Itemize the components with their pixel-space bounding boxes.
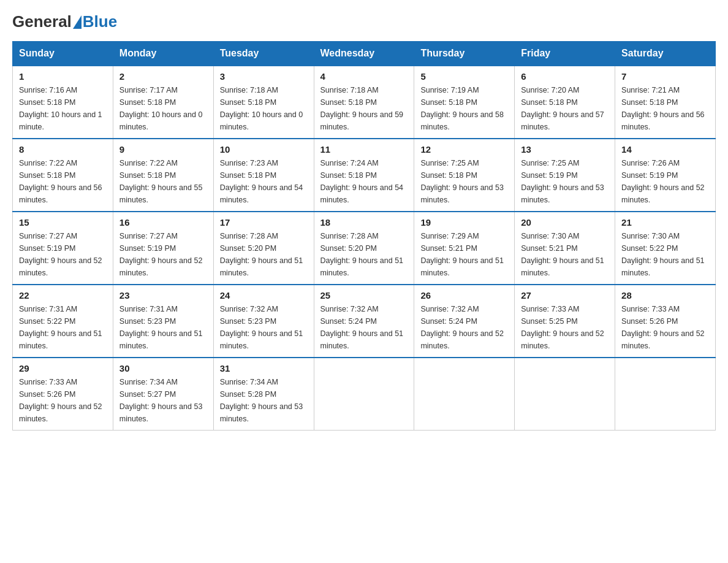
calendar-cell: 21 Sunrise: 7:30 AMSunset: 5:22 PMDaylig…: [615, 212, 716, 285]
day-info: Sunrise: 7:24 AMSunset: 5:18 PMDaylight:…: [320, 157, 408, 206]
day-info: Sunrise: 7:34 AMSunset: 5:27 PMDaylight:…: [119, 376, 207, 425]
weekday-header-thursday: Thursday: [414, 42, 515, 66]
calendar-cell: 23 Sunrise: 7:31 AMSunset: 5:23 PMDaylig…: [113, 285, 213, 358]
calendar-cell: [314, 358, 414, 431]
calendar-cell: [414, 358, 515, 431]
day-number: 9: [119, 144, 207, 155]
day-info: Sunrise: 7:26 AMSunset: 5:19 PMDaylight:…: [621, 157, 709, 206]
day-number: 27: [521, 290, 609, 301]
calendar-cell: 16 Sunrise: 7:27 AMSunset: 5:19 PMDaylig…: [113, 212, 213, 285]
day-number: 29: [19, 363, 107, 373]
calendar-cell: 31 Sunrise: 7:34 AMSunset: 5:28 PMDaylig…: [213, 358, 314, 431]
calendar-cell: 6 Sunrise: 7:20 AMSunset: 5:18 PMDayligh…: [515, 66, 615, 139]
page-header: General Blue: [12, 12, 716, 31]
calendar-cell: [615, 358, 716, 431]
day-number: 31: [220, 363, 308, 373]
day-number: 6: [521, 71, 609, 82]
calendar-cell: 9 Sunrise: 7:22 AMSunset: 5:18 PMDayligh…: [113, 139, 213, 212]
calendar-cell: 8 Sunrise: 7:22 AMSunset: 5:18 PMDayligh…: [13, 139, 113, 212]
day-info: Sunrise: 7:27 AMSunset: 5:19 PMDaylight:…: [119, 230, 207, 279]
day-info: Sunrise: 7:29 AMSunset: 5:21 PMDaylight:…: [420, 230, 508, 279]
day-number: 3: [220, 71, 308, 82]
day-number: 17: [220, 217, 308, 228]
calendar-cell: 3 Sunrise: 7:18 AMSunset: 5:18 PMDayligh…: [213, 66, 314, 139]
day-number: 12: [420, 144, 508, 155]
day-info: Sunrise: 7:32 AMSunset: 5:24 PMDaylight:…: [320, 303, 408, 352]
weekday-header-tuesday: Tuesday: [213, 42, 314, 66]
day-number: 19: [420, 217, 508, 228]
logo-blue-text: Blue: [83, 12, 117, 31]
logo: General Blue: [12, 12, 117, 31]
weekday-header-monday: Monday: [113, 42, 213, 66]
day-number: 15: [19, 217, 107, 228]
calendar-cell: 11 Sunrise: 7:24 AMSunset: 5:18 PMDaylig…: [314, 139, 414, 212]
calendar-cell: 25 Sunrise: 7:32 AMSunset: 5:24 PMDaylig…: [314, 285, 414, 358]
calendar-cell: 18 Sunrise: 7:28 AMSunset: 5:20 PMDaylig…: [314, 212, 414, 285]
day-number: 21: [621, 217, 709, 228]
day-number: 30: [119, 363, 207, 373]
day-info: Sunrise: 7:27 AMSunset: 5:19 PMDaylight:…: [19, 230, 107, 279]
calendar-cell: 2 Sunrise: 7:17 AMSunset: 5:18 PMDayligh…: [113, 66, 213, 139]
day-number: 23: [119, 290, 207, 301]
calendar-cell: 28 Sunrise: 7:33 AMSunset: 5:26 PMDaylig…: [615, 285, 716, 358]
day-number: 22: [19, 290, 107, 301]
calendar-cell: 14 Sunrise: 7:26 AMSunset: 5:19 PMDaylig…: [615, 139, 716, 212]
day-number: 20: [521, 217, 609, 228]
day-number: 26: [420, 290, 508, 301]
calendar-cell: 7 Sunrise: 7:21 AMSunset: 5:18 PMDayligh…: [615, 66, 716, 139]
week-row-2: 8 Sunrise: 7:22 AMSunset: 5:18 PMDayligh…: [13, 139, 716, 212]
weekday-header-saturday: Saturday: [615, 42, 716, 66]
day-info: Sunrise: 7:32 AMSunset: 5:23 PMDaylight:…: [220, 303, 308, 352]
logo-general-text: General: [12, 12, 72, 31]
week-row-1: 1 Sunrise: 7:16 AMSunset: 5:18 PMDayligh…: [13, 66, 716, 139]
day-info: Sunrise: 7:16 AMSunset: 5:18 PMDaylight:…: [19, 84, 107, 133]
day-info: Sunrise: 7:25 AMSunset: 5:19 PMDaylight:…: [521, 157, 609, 206]
day-number: 4: [320, 71, 408, 82]
day-number: 7: [621, 71, 709, 82]
day-number: 24: [220, 290, 308, 301]
day-info: Sunrise: 7:33 AMSunset: 5:26 PMDaylight:…: [621, 303, 709, 352]
day-info: Sunrise: 7:33 AMSunset: 5:25 PMDaylight:…: [521, 303, 609, 352]
calendar-cell: 27 Sunrise: 7:33 AMSunset: 5:25 PMDaylig…: [515, 285, 615, 358]
day-info: Sunrise: 7:22 AMSunset: 5:18 PMDaylight:…: [119, 157, 207, 206]
day-info: Sunrise: 7:33 AMSunset: 5:26 PMDaylight:…: [19, 376, 107, 425]
day-info: Sunrise: 7:18 AMSunset: 5:18 PMDaylight:…: [220, 84, 308, 133]
week-row-4: 22 Sunrise: 7:31 AMSunset: 5:22 PMDaylig…: [13, 285, 716, 358]
day-info: Sunrise: 7:23 AMSunset: 5:18 PMDaylight:…: [220, 157, 308, 206]
calendar-table: SundayMondayTuesdayWednesdayThursdayFrid…: [12, 41, 716, 431]
calendar-cell: 12 Sunrise: 7:25 AMSunset: 5:18 PMDaylig…: [414, 139, 515, 212]
calendar-cell: 1 Sunrise: 7:16 AMSunset: 5:18 PMDayligh…: [13, 66, 113, 139]
weekday-header-sunday: Sunday: [13, 42, 113, 66]
day-number: 28: [621, 290, 709, 301]
day-number: 18: [320, 217, 408, 228]
calendar-cell: 5 Sunrise: 7:19 AMSunset: 5:18 PMDayligh…: [414, 66, 515, 139]
calendar-cell: 29 Sunrise: 7:33 AMSunset: 5:26 PMDaylig…: [13, 358, 113, 431]
calendar-cell: 4 Sunrise: 7:18 AMSunset: 5:18 PMDayligh…: [314, 66, 414, 139]
calendar-cell: [515, 358, 615, 431]
day-info: Sunrise: 7:21 AMSunset: 5:18 PMDaylight:…: [621, 84, 709, 133]
day-number: 13: [521, 144, 609, 155]
week-row-5: 29 Sunrise: 7:33 AMSunset: 5:26 PMDaylig…: [13, 358, 716, 431]
calendar-cell: 30 Sunrise: 7:34 AMSunset: 5:27 PMDaylig…: [113, 358, 213, 431]
day-number: 16: [119, 217, 207, 228]
day-number: 5: [420, 71, 508, 82]
day-number: 10: [220, 144, 308, 155]
day-number: 25: [320, 290, 408, 301]
day-number: 2: [119, 71, 207, 82]
day-info: Sunrise: 7:17 AMSunset: 5:18 PMDaylight:…: [119, 84, 207, 133]
calendar-cell: 20 Sunrise: 7:30 AMSunset: 5:21 PMDaylig…: [515, 212, 615, 285]
day-info: Sunrise: 7:30 AMSunset: 5:21 PMDaylight:…: [521, 230, 609, 279]
calendar-cell: 10 Sunrise: 7:23 AMSunset: 5:18 PMDaylig…: [213, 139, 314, 212]
day-number: 1: [19, 71, 107, 82]
day-info: Sunrise: 7:31 AMSunset: 5:23 PMDaylight:…: [119, 303, 207, 352]
day-info: Sunrise: 7:25 AMSunset: 5:18 PMDaylight:…: [420, 157, 508, 206]
calendar-cell: 26 Sunrise: 7:32 AMSunset: 5:24 PMDaylig…: [414, 285, 515, 358]
weekday-header-wednesday: Wednesday: [314, 42, 414, 66]
calendar-cell: 19 Sunrise: 7:29 AMSunset: 5:21 PMDaylig…: [414, 212, 515, 285]
day-number: 8: [19, 144, 107, 155]
day-info: Sunrise: 7:31 AMSunset: 5:22 PMDaylight:…: [19, 303, 107, 352]
week-row-3: 15 Sunrise: 7:27 AMSunset: 5:19 PMDaylig…: [13, 212, 716, 285]
calendar-cell: 22 Sunrise: 7:31 AMSunset: 5:22 PMDaylig…: [13, 285, 113, 358]
day-info: Sunrise: 7:32 AMSunset: 5:24 PMDaylight:…: [420, 303, 508, 352]
day-info: Sunrise: 7:19 AMSunset: 5:18 PMDaylight:…: [420, 84, 508, 133]
